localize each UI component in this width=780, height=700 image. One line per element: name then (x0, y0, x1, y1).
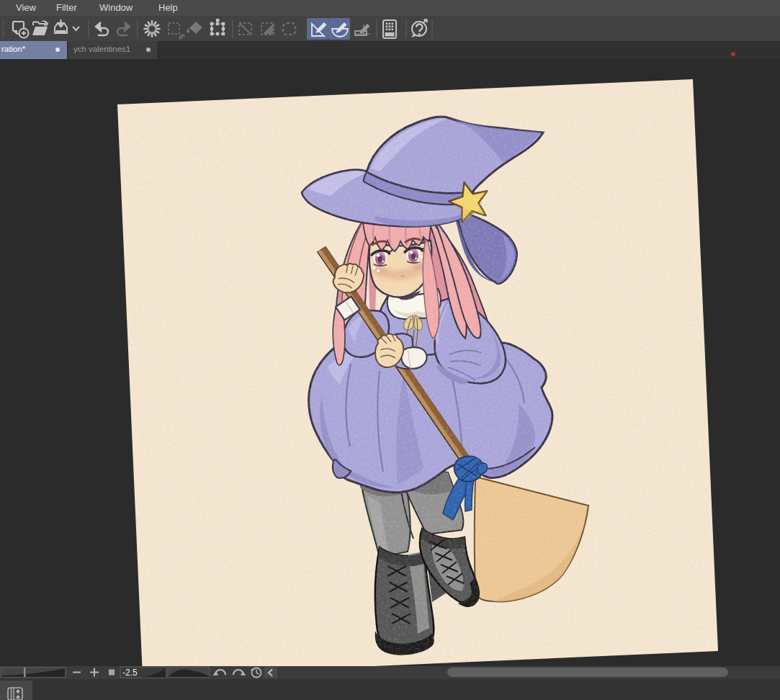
svg-text:-2.5: -2.5 (122, 668, 138, 678)
